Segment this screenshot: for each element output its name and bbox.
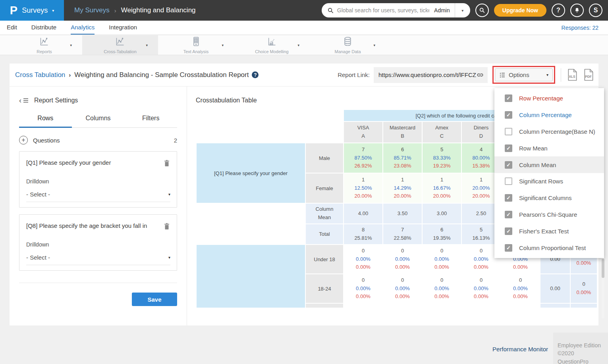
settings-tab-filters[interactable]: Filters [124, 115, 177, 128]
chevron-right-icon: › [69, 71, 71, 78]
help-button[interactable]: ? [552, 4, 565, 17]
toolbar-item-cross-tabulation[interactable]: Cross-Tabulation▾ [82, 35, 158, 55]
cell-line: 6 [383, 146, 422, 154]
search-scope-value[interactable]: Admin [429, 7, 455, 13]
cell-line: 0 [423, 247, 461, 255]
cell-line: 0 [423, 276, 461, 285]
data-cell: 116.67%20.00% [423, 173, 461, 203]
drilldown-select[interactable]: - Select -▾ [26, 191, 170, 202]
cell-line: 0.00% [423, 263, 461, 272]
notifications-button[interactable] [570, 4, 584, 17]
report-url-box[interactable]: https://www.questionpro.com/t/lFFCZg [374, 67, 488, 83]
checked-checkbox[interactable]: ✓ [505, 244, 512, 252]
link-icon[interactable] [476, 71, 484, 79]
tab-analytics[interactable]: Analytics [71, 21, 95, 35]
options-menu-item-row-mean[interactable]: ✓Row Mean [494, 140, 604, 156]
export-xls-button[interactable]: XLS [567, 69, 577, 81]
drilldown-select[interactable]: - Select -▾ [26, 254, 170, 265]
unchecked-checkbox[interactable] [505, 177, 512, 185]
export-pdf-button[interactable]: PDF [583, 69, 594, 81]
cell-line: 0 [501, 276, 540, 285]
settings-tab-columns[interactable]: Columns [72, 115, 125, 128]
performance-monitor-link[interactable]: Performance Monitor [492, 346, 548, 352]
options-menu-item-row-percentage[interactable]: ✓Row Percentage [494, 90, 604, 107]
toolbar-item-choice-modelling[interactable]: Choice Modelling▾ [234, 35, 310, 55]
toolbar-item-reports[interactable]: Reports▾ [6, 35, 82, 55]
global-search[interactable]: Admin ▾ [322, 3, 470, 17]
cell-line: 0 [383, 276, 422, 285]
checked-checkbox[interactable]: ✓ [505, 111, 512, 119]
product-switcher[interactable]: Surveys [22, 6, 48, 15]
upgrade-now-button[interactable]: Upgrade Now [494, 4, 546, 17]
cell-line: 6 [423, 226, 461, 234]
save-button[interactable]: Save [132, 293, 177, 306]
options-menu-item-column-mean[interactable]: ✓Column Mean [494, 156, 604, 173]
cell-line: Mastercard [383, 124, 422, 132]
spacer-cell [197, 204, 305, 223]
chevron-down-icon[interactable]: ▾ [146, 43, 148, 47]
cell-line: 0 [383, 247, 422, 255]
data-cell [501, 304, 540, 308]
search-scope-dropdown[interactable]: ▾ [455, 3, 470, 17]
top-header-bar: P Surveys ▾ My Surveys › Weighting and B… [0, 0, 608, 21]
tab-distribute[interactable]: Distribute [31, 21, 56, 35]
checked-checkbox[interactable]: ✓ [505, 144, 512, 152]
cell-line: 0.00% [344, 263, 382, 272]
cross-tabulation-link[interactable]: Cross Tabulation [15, 71, 65, 79]
toolbar-item-manage-data[interactable]: Manage Data▾ [310, 35, 386, 55]
tab-edit[interactable]: Edit [7, 21, 17, 35]
chevron-down-icon[interactable]: ▾ [222, 43, 224, 47]
cell-line: 25.81% [344, 234, 382, 243]
options-menu-item-pearson-s-chi-square[interactable]: ✓Pearson's Chi-Square [494, 206, 604, 223]
options-highlight-box: Options ▾ [492, 66, 555, 84]
checked-checkbox[interactable]: ✓ [505, 94, 512, 102]
report-url[interactable]: https://www.questionpro.com/t/lFFCZg [378, 71, 476, 78]
options-menu-item-column-percentage[interactable]: ✓Column Percentage [494, 107, 604, 123]
cell-line: 0.00% [501, 293, 540, 301]
cell-line: 0.00% [423, 293, 461, 301]
collapse-panel-icon[interactable]: ‹ [19, 97, 29, 104]
options-menu-item-label: Column Percentage [519, 112, 572, 118]
questionpro-logo[interactable]: P Surveys ▾ [0, 0, 64, 21]
unchecked-checkbox[interactable] [505, 128, 512, 135]
chevron-down-icon: ▾ [52, 8, 54, 13]
responses-count-link[interactable]: Responses: 22 [562, 21, 608, 35]
settings-tab-rows[interactable]: Rows [19, 115, 72, 128]
toolbar-item-text-analysis[interactable]: Text Analysis▾ [158, 35, 234, 55]
total-cell [571, 304, 597, 308]
checked-checkbox[interactable]: ✓ [505, 227, 512, 235]
delete-question-button[interactable] [163, 222, 170, 232]
options-button[interactable]: Options ▾ [495, 68, 553, 81]
checked-checkbox[interactable]: ✓ [505, 194, 512, 202]
checked-checkbox[interactable]: ✓ [505, 161, 512, 169]
report-help-icon[interactable]: ? [252, 71, 259, 78]
options-menu-item-column-percentage-base-n-[interactable]: Column Percentage(Base N) [494, 123, 604, 140]
delete-question-button[interactable] [163, 159, 170, 169]
options-menu-item-fisher-s-exact-test[interactable]: ✓Fisher's Exact Test [494, 223, 604, 239]
search-submit-button[interactable] [475, 4, 489, 17]
options-menu-item-column-proportional-test[interactable]: ✓Column Proportional Test [494, 239, 604, 256]
tab-integration[interactable]: Integration [109, 21, 137, 35]
options-menu-item-significant-columns[interactable]: ✓Significant Columns [494, 190, 604, 206]
data-cell [344, 304, 382, 308]
question-card-header: [Q8] Please specify the age bracket you … [26, 222, 170, 232]
breadcrumb-current-survey: Weighting and Balancing [121, 6, 196, 14]
question-label-cell [197, 245, 305, 308]
checked-checkbox[interactable]: ✓ [505, 211, 512, 218]
data-cell: 00.00%0.00% [501, 274, 540, 303]
add-question-button[interactable]: + [19, 136, 28, 144]
chevron-down-icon[interactable]: ▾ [373, 43, 375, 47]
table-scrollbar-thumb[interactable] [602, 259, 604, 278]
column-mean-cell: 3.50 [383, 204, 422, 223]
data-cell: 00.00%0.00% [383, 245, 422, 273]
table-scrollbar [602, 259, 604, 318]
column-header-cell: AmexC [423, 122, 461, 143]
cell-line: 16.67% [423, 184, 461, 193]
chevron-down-icon[interactable]: ▾ [70, 43, 72, 47]
breadcrumb-my-surveys[interactable]: My Surveys [74, 6, 110, 14]
options-menu-item-significant-rows[interactable]: Significant Rows [494, 173, 604, 190]
search-input[interactable] [337, 7, 429, 13]
user-avatar[interactable]: S [589, 4, 602, 17]
chevron-down-icon[interactable]: ▾ [297, 43, 299, 47]
cell-line: 12.50% [344, 184, 382, 193]
